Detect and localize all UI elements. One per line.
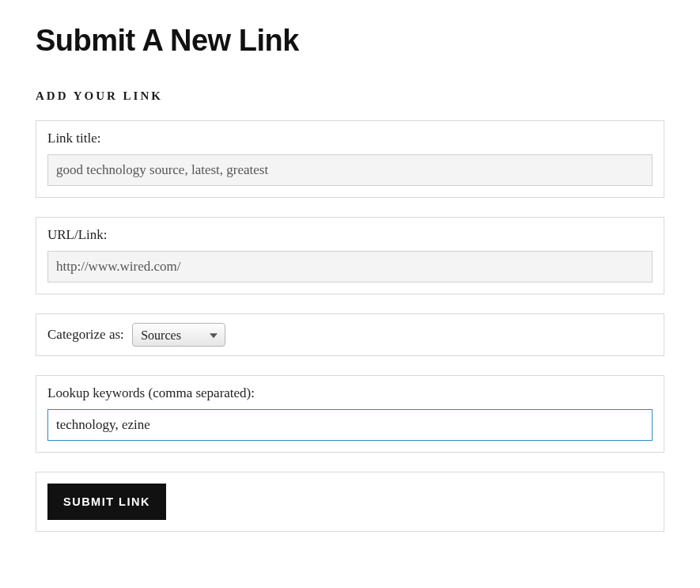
submit-button[interactable]: SUBMIT LINK [47, 484, 166, 520]
url-block: URL/Link: [36, 217, 664, 294]
page-title: Submit A New Link [36, 24, 664, 58]
category-select[interactable]: Sources [132, 323, 225, 347]
keywords-label: Lookup keywords (comma separated): [47, 385, 653, 401]
keywords-input[interactable] [47, 409, 653, 441]
link-title-label: Link title: [47, 131, 653, 146]
link-title-input[interactable] [47, 154, 653, 186]
url-label: URL/Link: [47, 227, 653, 243]
submit-row: SUBMIT LINK [36, 472, 664, 532]
section-title: ADD YOUR LINK [36, 89, 664, 103]
link-title-block: Link title: [36, 120, 664, 198]
category-label: Categorize as: [47, 327, 124, 342]
url-input[interactable] [47, 251, 653, 283]
keywords-block: Lookup keywords (comma separated): [36, 375, 664, 453]
category-block: Categorize as: Sources [36, 313, 664, 356]
